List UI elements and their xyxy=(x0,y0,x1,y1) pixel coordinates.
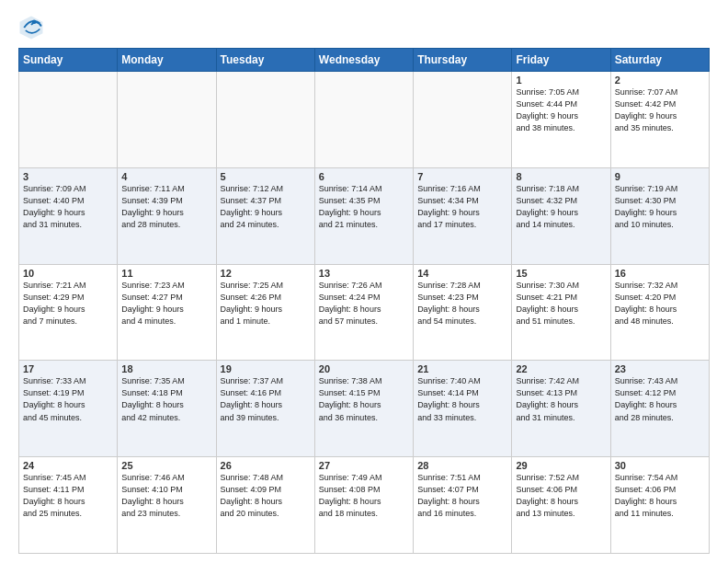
day-number: 26 xyxy=(221,460,311,471)
day-number: 11 xyxy=(121,268,211,279)
day-info: Sunrise: 7:19 AM Sunset: 4:30 PM Dayligh… xyxy=(615,183,705,231)
day-info: Sunrise: 7:43 AM Sunset: 4:12 PM Dayligh… xyxy=(615,375,705,423)
calendar-cell xyxy=(19,72,118,168)
day-number: 3 xyxy=(23,171,113,182)
calendar-cell: 30Sunrise: 7:54 AM Sunset: 4:06 PM Dayli… xyxy=(610,457,709,554)
calendar-cell: 10Sunrise: 7:21 AM Sunset: 4:29 PM Dayli… xyxy=(19,264,118,361)
calendar-week-2: 3Sunrise: 7:09 AM Sunset: 4:40 PM Daylig… xyxy=(19,167,710,264)
calendar-cell: 25Sunrise: 7:46 AM Sunset: 4:10 PM Dayli… xyxy=(118,457,216,554)
calendar-cell: 14Sunrise: 7:28 AM Sunset: 4:23 PM Dayli… xyxy=(414,264,512,361)
calendar-cell: 17Sunrise: 7:33 AM Sunset: 4:19 PM Dayli… xyxy=(19,361,118,457)
calendar-cell: 12Sunrise: 7:25 AM Sunset: 4:26 PM Dayli… xyxy=(216,264,314,361)
day-info: Sunrise: 7:48 AM Sunset: 4:09 PM Dayligh… xyxy=(221,472,311,520)
calendar-cell: 2Sunrise: 7:07 AM Sunset: 4:42 PM Daylig… xyxy=(610,72,709,168)
calendar-cell xyxy=(216,72,314,168)
day-info: Sunrise: 7:42 AM Sunset: 4:13 PM Dayligh… xyxy=(516,375,606,423)
calendar-cell: 20Sunrise: 7:38 AM Sunset: 4:15 PM Dayli… xyxy=(314,361,413,457)
calendar-header-saturday: Saturday xyxy=(610,49,709,72)
day-info: Sunrise: 7:23 AM Sunset: 4:27 PM Dayligh… xyxy=(121,280,211,327)
day-number: 21 xyxy=(417,363,507,374)
calendar-cell: 16Sunrise: 7:32 AM Sunset: 4:20 PM Dayli… xyxy=(610,264,709,361)
day-number: 4 xyxy=(121,171,211,182)
calendar-cell: 9Sunrise: 7:19 AM Sunset: 4:30 PM Daylig… xyxy=(610,167,709,264)
calendar-cell: 15Sunrise: 7:30 AM Sunset: 4:21 PM Dayli… xyxy=(512,264,610,361)
day-info: Sunrise: 7:28 AM Sunset: 4:23 PM Dayligh… xyxy=(417,280,507,327)
svg-marker-0 xyxy=(20,17,43,40)
day-info: Sunrise: 7:51 AM Sunset: 4:07 PM Dayligh… xyxy=(417,472,507,520)
day-number: 6 xyxy=(319,171,409,182)
day-number: 18 xyxy=(121,363,211,374)
day-number: 14 xyxy=(417,268,507,279)
calendar-cell xyxy=(118,72,216,168)
day-info: Sunrise: 7:21 AM Sunset: 4:29 PM Dayligh… xyxy=(23,280,113,327)
day-number: 15 xyxy=(516,268,606,279)
logo-icon xyxy=(18,15,44,40)
day-number: 17 xyxy=(23,363,113,374)
day-info: Sunrise: 7:40 AM Sunset: 4:14 PM Dayligh… xyxy=(417,375,507,423)
calendar-header-sunday: Sunday xyxy=(19,49,118,72)
day-info: Sunrise: 7:11 AM Sunset: 4:39 PM Dayligh… xyxy=(121,183,211,231)
day-info: Sunrise: 7:14 AM Sunset: 4:35 PM Dayligh… xyxy=(319,183,409,231)
calendar-header-monday: Monday xyxy=(118,49,216,72)
calendar-cell: 8Sunrise: 7:18 AM Sunset: 4:32 PM Daylig… xyxy=(512,167,610,264)
day-number: 16 xyxy=(615,268,705,279)
calendar-cell: 11Sunrise: 7:23 AM Sunset: 4:27 PM Dayli… xyxy=(118,264,216,361)
day-number: 28 xyxy=(417,460,507,471)
day-number: 30 xyxy=(615,460,705,471)
day-info: Sunrise: 7:54 AM Sunset: 4:06 PM Dayligh… xyxy=(615,472,705,520)
calendar-week-3: 10Sunrise: 7:21 AM Sunset: 4:29 PM Dayli… xyxy=(19,264,710,361)
calendar-cell: 7Sunrise: 7:16 AM Sunset: 4:34 PM Daylig… xyxy=(414,167,512,264)
calendar-week-1: 1Sunrise: 7:05 AM Sunset: 4:44 PM Daylig… xyxy=(19,72,710,168)
calendar-cell xyxy=(414,72,512,168)
calendar-week-5: 24Sunrise: 7:45 AM Sunset: 4:11 PM Dayli… xyxy=(19,457,710,554)
day-info: Sunrise: 7:30 AM Sunset: 4:21 PM Dayligh… xyxy=(516,280,606,327)
day-number: 19 xyxy=(221,363,311,374)
day-info: Sunrise: 7:38 AM Sunset: 4:15 PM Dayligh… xyxy=(319,375,409,423)
day-info: Sunrise: 7:26 AM Sunset: 4:24 PM Dayligh… xyxy=(319,280,409,327)
day-info: Sunrise: 7:45 AM Sunset: 4:11 PM Dayligh… xyxy=(23,472,113,520)
day-info: Sunrise: 7:09 AM Sunset: 4:40 PM Dayligh… xyxy=(23,183,113,231)
day-number: 27 xyxy=(319,460,409,471)
day-number: 29 xyxy=(516,460,606,471)
calendar-cell: 27Sunrise: 7:49 AM Sunset: 4:08 PM Dayli… xyxy=(314,457,413,554)
day-number: 7 xyxy=(417,171,507,182)
calendar-cell: 23Sunrise: 7:43 AM Sunset: 4:12 PM Dayli… xyxy=(610,361,709,457)
day-info: Sunrise: 7:07 AM Sunset: 4:42 PM Dayligh… xyxy=(615,86,705,134)
calendar-cell: 24Sunrise: 7:45 AM Sunset: 4:11 PM Dayli… xyxy=(19,457,118,554)
calendar-cell xyxy=(314,72,413,168)
day-number: 24 xyxy=(23,460,113,471)
page: SundayMondayTuesdayWednesdayThursdayFrid… xyxy=(0,0,728,563)
header xyxy=(18,15,710,40)
day-info: Sunrise: 7:37 AM Sunset: 4:16 PM Dayligh… xyxy=(221,375,311,423)
day-info: Sunrise: 7:32 AM Sunset: 4:20 PM Dayligh… xyxy=(615,280,705,327)
day-number: 20 xyxy=(319,363,409,374)
day-info: Sunrise: 7:12 AM Sunset: 4:37 PM Dayligh… xyxy=(221,183,311,231)
day-number: 8 xyxy=(516,171,606,182)
calendar-header-friday: Friday xyxy=(512,49,610,72)
calendar-header-row: SundayMondayTuesdayWednesdayThursdayFrid… xyxy=(19,49,710,72)
calendar-cell: 22Sunrise: 7:42 AM Sunset: 4:13 PM Dayli… xyxy=(512,361,610,457)
day-number: 2 xyxy=(615,75,705,86)
day-number: 13 xyxy=(319,268,409,279)
day-info: Sunrise: 7:33 AM Sunset: 4:19 PM Dayligh… xyxy=(23,375,113,423)
calendar-header-thursday: Thursday xyxy=(414,49,512,72)
calendar-cell: 5Sunrise: 7:12 AM Sunset: 4:37 PM Daylig… xyxy=(216,167,314,264)
calendar-cell: 3Sunrise: 7:09 AM Sunset: 4:40 PM Daylig… xyxy=(19,167,118,264)
day-info: Sunrise: 7:35 AM Sunset: 4:18 PM Dayligh… xyxy=(121,375,211,423)
calendar-cell: 13Sunrise: 7:26 AM Sunset: 4:24 PM Dayli… xyxy=(314,264,413,361)
calendar-header-tuesday: Tuesday xyxy=(216,49,314,72)
calendar-cell: 18Sunrise: 7:35 AM Sunset: 4:18 PM Dayli… xyxy=(118,361,216,457)
day-number: 1 xyxy=(516,75,606,86)
calendar-cell: 1Sunrise: 7:05 AM Sunset: 4:44 PM Daylig… xyxy=(512,72,610,168)
day-info: Sunrise: 7:46 AM Sunset: 4:10 PM Dayligh… xyxy=(121,472,211,520)
day-info: Sunrise: 7:18 AM Sunset: 4:32 PM Dayligh… xyxy=(516,183,606,231)
calendar-header-wednesday: Wednesday xyxy=(314,49,413,72)
day-number: 5 xyxy=(221,171,311,182)
svg-point-1 xyxy=(32,19,37,24)
calendar-week-4: 17Sunrise: 7:33 AM Sunset: 4:19 PM Dayli… xyxy=(19,361,710,457)
day-number: 23 xyxy=(615,363,705,374)
calendar-cell: 28Sunrise: 7:51 AM Sunset: 4:07 PM Dayli… xyxy=(414,457,512,554)
calendar-cell: 29Sunrise: 7:52 AM Sunset: 4:06 PM Dayli… xyxy=(512,457,610,554)
day-number: 25 xyxy=(121,460,211,471)
day-info: Sunrise: 7:16 AM Sunset: 4:34 PM Dayligh… xyxy=(417,183,507,231)
